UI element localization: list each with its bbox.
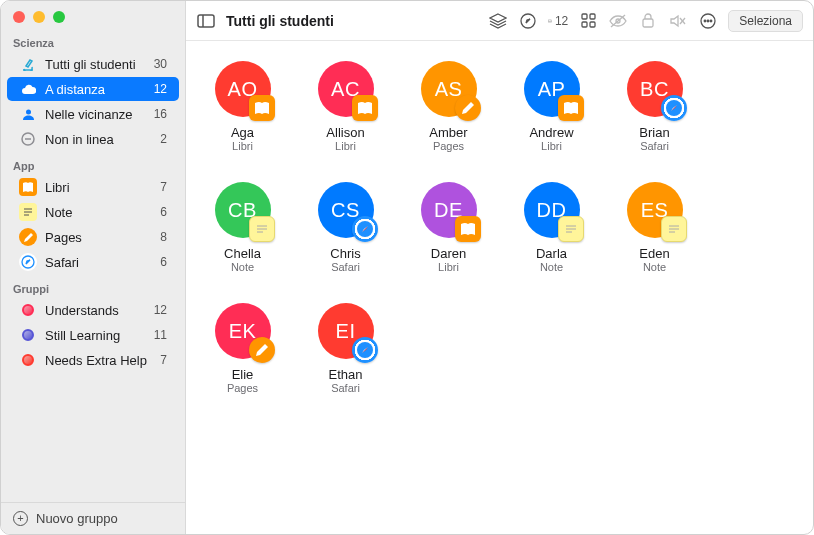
svg-point-25 bbox=[704, 20, 706, 22]
svg-marker-13 bbox=[526, 19, 530, 23]
student-app-label: Note bbox=[231, 261, 254, 273]
compass-icon bbox=[19, 253, 37, 271]
avatar-wrap: EK bbox=[215, 303, 271, 359]
student-app-label: Safari bbox=[331, 261, 360, 273]
sidebar-item-label: Tutti gli studenti bbox=[45, 57, 154, 72]
svg-point-27 bbox=[710, 20, 712, 22]
close-window-button[interactable] bbox=[13, 11, 25, 23]
sidebar-item-label: Still Learning bbox=[45, 328, 154, 343]
sidebar-item-count: 6 bbox=[160, 205, 167, 219]
sidebar-item[interactable]: Libri7 bbox=[7, 175, 179, 199]
pen-icon bbox=[19, 228, 37, 246]
inbox-count: 12 bbox=[555, 14, 568, 28]
group-dot-icon bbox=[19, 301, 37, 319]
student-item[interactable]: BCBrianSafari bbox=[608, 61, 701, 152]
student-app-label: Note bbox=[540, 261, 563, 273]
sidebar-item[interactable]: Still Learning11 bbox=[7, 323, 179, 347]
sidebar-item[interactable]: Pages8 bbox=[7, 225, 179, 249]
note-icon bbox=[19, 203, 37, 221]
sidebar-item-label: Libri bbox=[45, 180, 160, 195]
svg-rect-14 bbox=[582, 14, 587, 19]
student-app-label: Pages bbox=[227, 382, 258, 394]
sidebar-item-count: 16 bbox=[154, 107, 167, 121]
student-app-label: Safari bbox=[331, 382, 360, 394]
sidebar-item-count: 30 bbox=[154, 57, 167, 71]
new-group-button[interactable]: + Nuovo gruppo bbox=[1, 502, 185, 534]
student-item[interactable]: AOAgaLibri bbox=[196, 61, 289, 152]
sidebar-item-label: Nelle vicinanze bbox=[45, 107, 154, 122]
sidebar-item[interactable]: Safari6 bbox=[7, 250, 179, 274]
note-badge-icon bbox=[249, 216, 275, 242]
sidebar-item[interactable]: Needs Extra Help7 bbox=[7, 348, 179, 372]
student-app-label: Libri bbox=[232, 140, 253, 152]
student-app-label: Libri bbox=[438, 261, 459, 273]
svg-rect-16 bbox=[582, 22, 587, 27]
student-name: Chella bbox=[224, 246, 261, 261]
student-app-label: Safari bbox=[640, 140, 669, 152]
sidebar-item-count: 8 bbox=[160, 230, 167, 244]
eye-off-icon[interactable] bbox=[608, 11, 628, 31]
svg-rect-17 bbox=[590, 22, 595, 27]
student-name: Andrew bbox=[529, 125, 573, 140]
speaker-off-icon[interactable] bbox=[668, 11, 688, 31]
minus-circle-icon bbox=[19, 130, 37, 148]
avatar-wrap: CS bbox=[318, 182, 374, 238]
student-item[interactable]: ESEdenNote bbox=[608, 182, 701, 273]
student-item[interactable]: ACAllisonLibri bbox=[299, 61, 392, 152]
student-item[interactable]: DDDarlaNote bbox=[505, 182, 598, 273]
student-app-label: Libri bbox=[541, 140, 562, 152]
select-button[interactable]: Seleziona bbox=[728, 10, 803, 32]
avatar-wrap: DD bbox=[524, 182, 580, 238]
fullscreen-window-button[interactable] bbox=[53, 11, 65, 23]
compass-icon[interactable] bbox=[518, 11, 538, 31]
student-item[interactable]: EKEliePages bbox=[196, 303, 289, 394]
student-item[interactable]: CBChellaNote bbox=[196, 182, 289, 273]
student-item[interactable]: DEDarenLibri bbox=[402, 182, 495, 273]
sidebar-item[interactable]: Understands12 bbox=[7, 298, 179, 322]
student-item[interactable]: EIEthanSafari bbox=[299, 303, 392, 394]
student-name: Chris bbox=[330, 246, 360, 261]
safari-badge-icon bbox=[352, 337, 378, 363]
layers-icon[interactable] bbox=[488, 11, 508, 31]
sidebar-item-label: A distanza bbox=[45, 82, 154, 97]
sidebar-item[interactable]: Nelle vicinanze16 bbox=[7, 102, 179, 126]
sidebar-item[interactable]: Non in linea2 bbox=[7, 127, 179, 151]
avatar-wrap: AS bbox=[421, 61, 477, 117]
toolbar: Tutti gli studenti 12 bbox=[186, 1, 813, 41]
libri-badge-icon bbox=[352, 95, 378, 121]
sidebar-item-label: Needs Extra Help bbox=[45, 353, 160, 368]
minimize-window-button[interactable] bbox=[33, 11, 45, 23]
svg-marker-21 bbox=[671, 16, 678, 26]
student-name: Amber bbox=[429, 125, 467, 140]
sidebar-item[interactable]: Tutti gli studenti30 bbox=[7, 52, 179, 76]
avatar-wrap: AP bbox=[524, 61, 580, 117]
libri-badge-icon bbox=[249, 95, 275, 121]
inbox-icon[interactable]: 12 bbox=[548, 11, 568, 31]
student-name: Allison bbox=[326, 125, 364, 140]
student-name: Ethan bbox=[329, 367, 363, 382]
grid-icon[interactable] bbox=[578, 11, 598, 31]
student-item[interactable]: CSChrisSafari bbox=[299, 182, 392, 273]
app-window: ScienzaTutti gli studenti30A distanza12N… bbox=[0, 0, 814, 535]
student-name: Daren bbox=[431, 246, 466, 261]
sidebar-item-count: 2 bbox=[160, 132, 167, 146]
student-name: Brian bbox=[639, 125, 669, 140]
avatar-wrap: BC bbox=[627, 61, 683, 117]
svg-point-26 bbox=[707, 20, 709, 22]
sidebar-section-title: Scienza bbox=[1, 29, 185, 51]
sidebar-item[interactable]: A distanza12 bbox=[7, 77, 179, 101]
avatar-wrap: CB bbox=[215, 182, 271, 238]
cloud-icon bbox=[19, 80, 37, 98]
svg-rect-20 bbox=[643, 19, 653, 27]
student-item[interactable]: ASAmberPages bbox=[402, 61, 495, 152]
student-grid: AOAgaLibriACAllisonLibriASAmberPagesAPAn… bbox=[186, 41, 813, 414]
sidebar-item-count: 11 bbox=[154, 328, 167, 342]
toggle-sidebar-icon[interactable] bbox=[196, 11, 216, 31]
lock-icon[interactable] bbox=[638, 11, 658, 31]
student-item[interactable]: APAndrewLibri bbox=[505, 61, 598, 152]
avatar-wrap: AO bbox=[215, 61, 271, 117]
sidebar-item[interactable]: Note6 bbox=[7, 200, 179, 224]
more-icon[interactable] bbox=[698, 11, 718, 31]
student-name: Aga bbox=[231, 125, 254, 140]
student-name: Eden bbox=[639, 246, 669, 261]
